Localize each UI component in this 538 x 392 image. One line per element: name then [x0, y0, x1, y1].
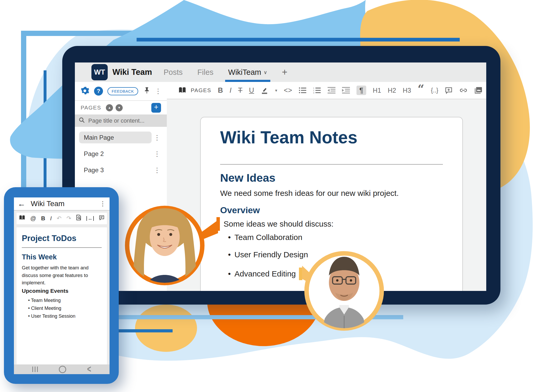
feedback-button[interactable]: FEEDBACK [107, 87, 138, 95]
sidebar-item-main-page[interactable]: Main Page [79, 132, 152, 143]
add-tab-button[interactable]: + [281, 62, 288, 82]
avatar-man [292, 241, 402, 346]
macro-button[interactable]: {..} [431, 87, 438, 94]
mobile-wiki-card[interactable]: Project ToDos This Week Get together wit… [17, 227, 107, 365]
search-input[interactable] [88, 117, 163, 124]
mobile-app-title: Wiki Team [31, 200, 65, 208]
tab-files[interactable]: Files [196, 62, 214, 82]
italic-button[interactable]: I [50, 215, 52, 222]
pin-icon[interactable] [143, 87, 150, 96]
yellow-ellipse [135, 305, 197, 352]
list-item: Page 3 ⋮ [79, 164, 163, 176]
underline-button[interactable]: U [249, 86, 254, 95]
code-button[interactable]: <> [284, 86, 292, 95]
editor-toolbar: PAGES B I T U ▾ <> 123 ¶ H1 H2 [167, 82, 486, 99]
image-icon[interactable] [474, 86, 483, 94]
h1-button[interactable]: H1 [373, 87, 381, 94]
book-icon[interactable] [19, 215, 25, 222]
mention-button[interactable]: @ [30, 215, 36, 222]
toolbar-pages-label: PAGES [191, 87, 211, 93]
recent-apps-icon[interactable] [32, 367, 38, 372]
tab-wikiteam[interactable]: WikiTeam ∨ [227, 62, 268, 82]
mobile-header: ← Wiki Team ⋮ [14, 197, 110, 211]
section-heading: New Ideas [220, 171, 275, 184]
strikethrough-button[interactable]: T [238, 86, 242, 95]
app-title: Wiki Team [112, 67, 152, 77]
page-search [75, 114, 167, 127]
section-heading: Upcoming Events [22, 288, 68, 294]
svg-text:2: 2 [313, 89, 314, 92]
page-title: Wiki Team Notes [220, 127, 358, 147]
help-icon[interactable]: ? [94, 87, 103, 96]
sidebar-actions-row: ? FEEDBACK ⋮ [75, 82, 167, 101]
svg-text:3: 3 [313, 92, 314, 94]
tab-posts[interactable]: Posts [163, 62, 184, 82]
paragraph-button[interactable]: ¶ [356, 86, 366, 95]
desktop-screen: WT Wiki Team Posts Files WikiTeam ∨ + ? … [75, 62, 486, 291]
avatar-woman [117, 198, 233, 291]
mobile-kebab-icon[interactable]: ⋮ [100, 200, 106, 207]
list-item: Client Meeting [28, 306, 75, 311]
page-list: Main Page ⋮ Page 2 ⋮ Page 3 ⋮ [75, 127, 167, 176]
back-arrow-icon[interactable]: ← [18, 199, 25, 208]
home-icon[interactable] [59, 366, 66, 373]
horizontal-blue-bar [137, 38, 460, 41]
list-item: User Testing Session [28, 313, 75, 319]
page-kebab-icon[interactable]: ⋮ [152, 150, 163, 157]
book-icon[interactable] [178, 87, 186, 94]
search-icon [79, 117, 85, 124]
svg-text:1: 1 [313, 87, 314, 89]
phone-frame: ← Wiki Team ⋮ @ B I ↶ ↷ ↔ Project ToDos … [4, 187, 119, 384]
comment-icon[interactable] [99, 215, 105, 222]
outline-rect-left [21, 31, 26, 190]
pages-header-row: PAGES ▲ ▼ + [75, 101, 167, 114]
list-item: Team Collaboration [228, 233, 308, 242]
sidebar-kebab-icon[interactable]: ⋮ [155, 88, 162, 95]
comment-add-icon[interactable] [445, 86, 453, 94]
list-item: Main Page ⋮ [79, 132, 163, 143]
tab-bar: Posts Files WikiTeam ∨ + [163, 62, 288, 82]
nav-back-icon[interactable]: < [87, 364, 91, 374]
page-kebab-icon[interactable]: ⋮ [152, 134, 163, 141]
sidebar-item-page-2[interactable]: Page 2 [79, 148, 152, 160]
section-paragraph: Get together with the team and discuss s… [22, 264, 101, 287]
highlight-button[interactable] [261, 86, 268, 94]
section-heading: This Week [22, 253, 57, 261]
title-divider [220, 164, 443, 165]
redo-icon[interactable]: ↷ [66, 215, 71, 222]
bold-button[interactable]: B [218, 86, 223, 95]
move-page-up-button[interactable]: ▲ [106, 104, 113, 111]
italic-button[interactable]: I [230, 86, 232, 95]
indent-button[interactable] [342, 87, 350, 94]
page-kebab-icon[interactable]: ⋮ [152, 167, 163, 174]
h2-button[interactable]: H2 [388, 87, 396, 94]
chevron-down-icon: ∨ [263, 69, 267, 75]
numbered-list-button[interactable]: 123 [313, 87, 321, 94]
h3-button[interactable]: H3 [403, 87, 411, 94]
bold-button[interactable]: B [41, 215, 45, 222]
full-width-icon[interactable]: ↔ [86, 216, 94, 221]
find-in-page-icon[interactable] [76, 215, 81, 222]
short-blue-bar [118, 329, 173, 332]
sidebar-item-page-3[interactable]: Page 3 [79, 164, 152, 176]
list-item: Page 2 ⋮ [79, 148, 163, 160]
paragraph-with-cursor: Some ideas we should discuss: [216, 217, 334, 231]
add-page-button[interactable]: + [151, 103, 161, 113]
gear-icon[interactable] [80, 86, 90, 96]
section-paragraph: Some ideas we should discuss: [224, 219, 334, 228]
move-page-down-button[interactable]: ▼ [116, 104, 123, 111]
app-header: WT Wiki Team Posts Files WikiTeam ∨ + [75, 62, 486, 82]
app-logo: WT [91, 64, 108, 80]
events-list: Team Meeting Client Meeting User Testing… [28, 298, 75, 321]
mobile-toolbar: @ B I ↶ ↷ ↔ [17, 213, 107, 224]
monitor-frame: WT Wiki Team Posts Files WikiTeam ∨ + ? … [62, 46, 500, 305]
outdent-button[interactable] [328, 87, 335, 94]
android-nav-bar: < [14, 364, 110, 374]
link-icon[interactable] [459, 86, 468, 94]
undo-icon[interactable]: ↶ [57, 215, 61, 222]
highlight-dropdown-icon[interactable]: ▾ [275, 88, 277, 93]
blockquote-button[interactable]: “ [418, 87, 424, 93]
mobile-page-title: Project ToDos [22, 234, 76, 243]
section-paragraph: We need some fresh ideas for our new wik… [220, 189, 399, 198]
bullet-list-button[interactable] [299, 87, 307, 94]
